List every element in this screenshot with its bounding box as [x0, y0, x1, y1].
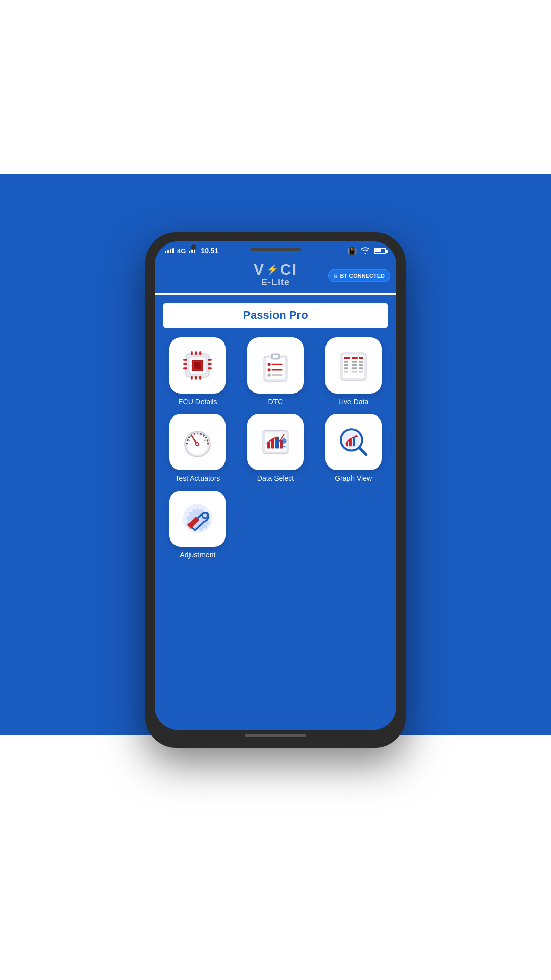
svg-point-82 — [190, 525, 193, 528]
logo-arrow-icon: ⚡ — [267, 264, 278, 275]
menu-item-adjustment[interactable]: Adjustment — [163, 491, 233, 559]
graph-view-label: Graph View — [335, 474, 372, 482]
menu-grid: ECU Details — [163, 337, 388, 559]
menu-item-data-select[interactable]: Data Select — [241, 414, 311, 482]
battery-icon — [374, 248, 386, 254]
svg-rect-39 — [359, 361, 363, 363]
vehicle-name-text: Passion Pro — [243, 309, 308, 322]
dtc-icon-box[interactable] — [247, 337, 304, 394]
vibrate-icon: 📳 — [348, 247, 357, 255]
svg-rect-41 — [352, 364, 357, 366]
wifi-icon — [361, 247, 370, 254]
dtc-icon — [259, 349, 292, 382]
svg-point-30 — [268, 373, 271, 376]
ecu-details-icon — [181, 349, 214, 382]
data-select-icon-box[interactable] — [247, 414, 304, 470]
time-display: 10.51 — [201, 247, 218, 255]
svg-rect-12 — [183, 368, 187, 369]
svg-rect-46 — [344, 371, 348, 372]
svg-rect-38 — [352, 361, 357, 363]
svg-rect-36 — [359, 357, 363, 359]
svg-rect-42 — [359, 364, 363, 366]
logo-ci-text: CI — [280, 262, 297, 277]
vehicle-name-bar: Passion Pro — [163, 303, 388, 328]
svg-rect-35 — [352, 357, 358, 359]
svg-rect-25 — [273, 355, 278, 358]
svg-point-28 — [268, 368, 271, 371]
logo-elite-row: E-Lite — [261, 277, 290, 288]
svg-rect-14 — [208, 363, 212, 365]
test-actuators-icon — [181, 425, 214, 459]
svg-rect-21 — [199, 376, 201, 380]
svg-rect-43 — [344, 368, 348, 369]
network-type-label: 4G — [177, 247, 186, 255]
menu-item-live-data[interactable]: Live Data — [318, 337, 388, 406]
bt-connected-badge: ʙ BT CONNECTED — [328, 269, 390, 282]
svg-rect-16 — [191, 351, 193, 355]
camera-dot — [191, 244, 196, 250]
bluetooth-icon: ʙ — [334, 272, 338, 279]
menu-item-graph-view[interactable]: Graph View — [318, 414, 388, 482]
live-data-icon-box[interactable] — [325, 337, 382, 394]
ecu-details-label: ECU Details — [178, 398, 217, 406]
svg-rect-18 — [199, 351, 201, 355]
adjustment-icon — [181, 502, 214, 535]
ecu-details-icon-box[interactable] — [169, 337, 226, 394]
svg-rect-45 — [359, 368, 363, 369]
phone-home-bar — [245, 734, 306, 737]
svg-rect-15 — [208, 368, 212, 369]
phone-device: 4G 10.51 📳 — [145, 232, 406, 748]
app-content: Passion Pro — [155, 295, 396, 730]
svg-rect-10 — [183, 359, 187, 361]
live-data-label: Live Data — [338, 398, 368, 406]
svg-rect-47 — [352, 371, 357, 372]
menu-item-test-actuators[interactable]: Test Actuators — [163, 414, 233, 482]
svg-rect-66 — [271, 439, 274, 449]
test-actuators-label: Test Actuators — [175, 474, 220, 482]
test-actuators-icon-box[interactable] — [169, 414, 226, 470]
svg-point-26 — [268, 363, 271, 366]
svg-line-76 — [359, 448, 366, 454]
adjustment-icon-box[interactable] — [169, 491, 226, 547]
svg-point-69 — [281, 438, 286, 444]
svg-rect-20 — [195, 376, 197, 380]
svg-rect-34 — [344, 357, 350, 359]
svg-rect-11 — [183, 363, 187, 365]
svg-rect-40 — [344, 364, 348, 366]
svg-rect-13 — [208, 359, 212, 361]
live-data-icon — [337, 349, 370, 382]
svg-rect-9 — [194, 362, 201, 369]
logo-area: V ⚡ CI E-Lite — [254, 262, 297, 288]
svg-rect-19 — [191, 376, 193, 380]
signal-bars-icon — [165, 248, 174, 253]
app-header: V ⚡ CI E-Lite ʙ BT CONNECTED — [155, 258, 396, 293]
dtc-label: DTC — [268, 398, 283, 406]
phone-screen: 4G 10.51 📳 — [155, 241, 396, 730]
logo-vci-text: V — [254, 262, 265, 277]
status-right: 📳 — [348, 247, 386, 255]
menu-item-ecu-details[interactable]: ECU Details — [163, 337, 233, 406]
svg-rect-44 — [352, 368, 357, 369]
adjustment-label: Adjustment — [180, 551, 215, 559]
svg-rect-37 — [344, 361, 348, 363]
svg-point-62 — [196, 443, 198, 445]
graph-view-icon-box[interactable] — [325, 414, 382, 470]
bt-connected-label: BT CONNECTED — [340, 273, 385, 279]
menu-item-dtc[interactable]: DTC — [241, 337, 311, 406]
earpiece — [250, 248, 301, 251]
logo-elite-text: E-Lite — [261, 277, 290, 288]
data-select-label: Data Select — [257, 474, 294, 482]
graph-view-icon — [337, 425, 370, 459]
svg-rect-48 — [359, 371, 363, 372]
svg-rect-17 — [195, 351, 197, 355]
data-select-icon — [259, 425, 292, 459]
